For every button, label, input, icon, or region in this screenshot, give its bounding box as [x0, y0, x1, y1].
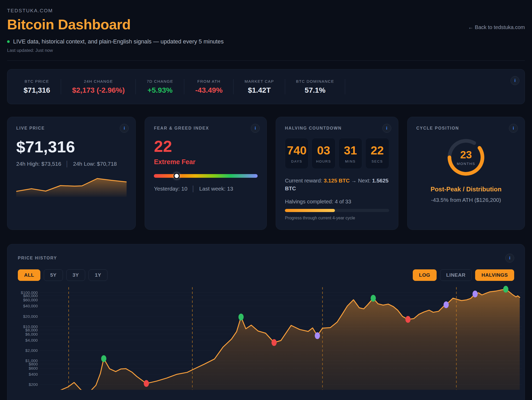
cycle-detail: -43.5% from ATH ($126,200) [416, 197, 516, 203]
fear-greed-gauge [154, 174, 258, 178]
info-icon: i [255, 126, 256, 131]
y-axis-tick: $2,000 [25, 348, 38, 353]
countdown-unit: HOURS [316, 159, 331, 163]
y-axis-tick: $6,000 [25, 332, 38, 336]
price-history-info-button[interactable]: i [505, 254, 514, 263]
price-history-label: PRICE HISTORY [18, 256, 57, 260]
live-price-card: LIVE PRICE i $71,316 24h High: $73,516 │… [7, 117, 136, 230]
header-divider [7, 60, 525, 61]
reward-line: Current reward: 3.125 BTC → Next: 1.5625… [285, 177, 389, 192]
halving-event-marker[interactable] [473, 291, 478, 297]
live-price-sparkline [16, 175, 127, 197]
countdown-unit: MINS [345, 159, 356, 163]
halving-caption: Progress through current 4-year cycle [285, 216, 389, 220]
countdown-box: 03 HOURS [312, 138, 335, 169]
reward-prefix: Current reward: [285, 177, 324, 184]
cycle-peak-marker[interactable] [503, 286, 508, 293]
countdown-value: 03 [317, 144, 330, 157]
halvings-completed: Halvings completed: 4 of 33 [285, 198, 389, 205]
cycle-months: 23 [460, 149, 472, 161]
stat-value: $71,316 [24, 86, 50, 95]
stat-cell: BTC DOMINANCE 57.1% [285, 79, 345, 95]
tagline: LIVE data, historical context, and plain… [7, 38, 525, 45]
y-axis-tick: $600 [29, 366, 38, 370]
cycle-months-unit: MONTHS [457, 162, 475, 166]
stat-value: 57.1% [296, 86, 334, 95]
cycle-position-card: CYCLE POSITION i 23 MONTHS Post-Peak / D… [407, 117, 525, 230]
live-price-info-button[interactable]: i [120, 124, 129, 133]
fear-greed-knob[interactable] [173, 173, 180, 179]
stat-value: -43.49% [195, 86, 222, 95]
stat-cell: 24H CHANGE $2,173 (-2.96%) [61, 79, 136, 95]
y-axis-tick: $800 [29, 362, 38, 366]
stats-info-button[interactable]: i [511, 76, 519, 85]
high-low-divider: │ [66, 161, 69, 167]
stat-value: +5.93% [147, 86, 173, 95]
page-title: Bitcoin Dashboard [7, 16, 131, 32]
24h-low: 24h Low: $70,718 [73, 161, 117, 167]
y-axis-tick: $4,000 [25, 338, 38, 342]
halving-event-marker[interactable] [315, 332, 320, 339]
info-icon: i [386, 126, 387, 131]
y-axis-tick: $80,000 [23, 293, 38, 298]
range-button[interactable]: 3Y [66, 269, 85, 281]
info-icon: i [514, 78, 516, 83]
y-axis-tick: $200 [29, 382, 38, 387]
info-icon: i [124, 126, 125, 131]
cycle-bottom-marker[interactable] [144, 380, 149, 387]
halving-progress-fill [285, 209, 335, 212]
y-axis-tick: $20,000 [23, 314, 38, 319]
fear-greed-classification: Extreme Fear [154, 158, 258, 166]
cycle-info-button[interactable]: i [509, 124, 518, 133]
fear-greed-yesterday: Yesterday: 10 [154, 186, 187, 192]
cycle-bottom-marker[interactable] [405, 316, 411, 323]
stat-cell: FROM ATH -43.49% [184, 79, 234, 95]
site-name: TEDSTUKA.COM [7, 8, 525, 14]
cycle-peak-marker[interactable] [101, 355, 106, 362]
last-updated: Last updated: Just now [7, 48, 525, 53]
range-button[interactable]: 5Y [44, 269, 63, 281]
y-axis-tick: $8,000 [25, 328, 38, 332]
cycle-peak-marker[interactable] [238, 314, 244, 320]
back-link[interactable]: ← Back to tedstuka.com [468, 24, 525, 32]
live-price-value: $71,316 [16, 137, 127, 156]
24h-high: 24h High: $73,516 [16, 161, 61, 167]
countdown-box: 31 MINS [339, 138, 362, 169]
halving-event-marker[interactable] [443, 301, 449, 308]
reward-arrow: → Next: [350, 177, 372, 184]
scale-button[interactable]: HALVINGS [475, 269, 514, 281]
stat-label: FROM ATH [195, 79, 222, 84]
info-icon: i [509, 255, 511, 261]
cycle-bottom-marker[interactable] [272, 339, 277, 346]
y-axis-tick: $60,000 [23, 298, 38, 302]
countdown-box: 740 DAYS [285, 138, 308, 169]
range-button[interactable]: 1Y [89, 269, 107, 281]
fear-greed-value: 22 [154, 137, 258, 155]
metric-cards-row: LIVE PRICE i $71,316 24h High: $73,516 │… [7, 117, 525, 230]
range-button[interactable]: ALL [18, 269, 40, 281]
countdown-unit: SECS [372, 159, 383, 163]
fear-greed-last-week: Last week: 13 [199, 186, 233, 192]
tagline-text: LIVE data, historical context, and plain… [13, 38, 224, 45]
cycle-peak-marker[interactable] [371, 295, 376, 302]
chart-controls: ALL5Y3Y1Y LOGLINEARHALVINGS [18, 269, 514, 281]
countdown-value: 22 [371, 144, 384, 157]
stat-label: 7D CHANGE [147, 79, 173, 84]
stat-value: $2,173 (-2.96%) [72, 86, 125, 95]
fear-greed-label: FEAR & GREED INDEX [154, 126, 209, 130]
info-icon: i [513, 126, 514, 131]
stat-value: $1.42T [245, 86, 274, 95]
reward-current: 3.125 BTC [324, 177, 350, 184]
halving-countdown-card: HALVING COUNTDOWN i 740 DAYS 03 HOURS 31… [276, 117, 398, 230]
y-axis-tick: $40,000 [23, 304, 38, 308]
live-status-dot [7, 40, 10, 43]
countdown-box: 22 SECS [365, 138, 389, 169]
price-history-chart: $100,000$80,000$60,000$40,000$20,000$10,… [18, 285, 524, 390]
countdown-value: 31 [344, 144, 357, 157]
scale-button[interactable]: LOG [413, 269, 437, 281]
stat-cell: 7D CHANGE +5.93% [136, 79, 184, 95]
bitcoin-dashboard-page: TEDSTUKA.COM Bitcoin Dashboard ← Back to… [0, 0, 532, 400]
scale-button[interactable]: LINEAR [440, 269, 472, 281]
halving-info-button[interactable]: i [382, 124, 391, 133]
fear-greed-info-button[interactable]: i [251, 124, 260, 133]
